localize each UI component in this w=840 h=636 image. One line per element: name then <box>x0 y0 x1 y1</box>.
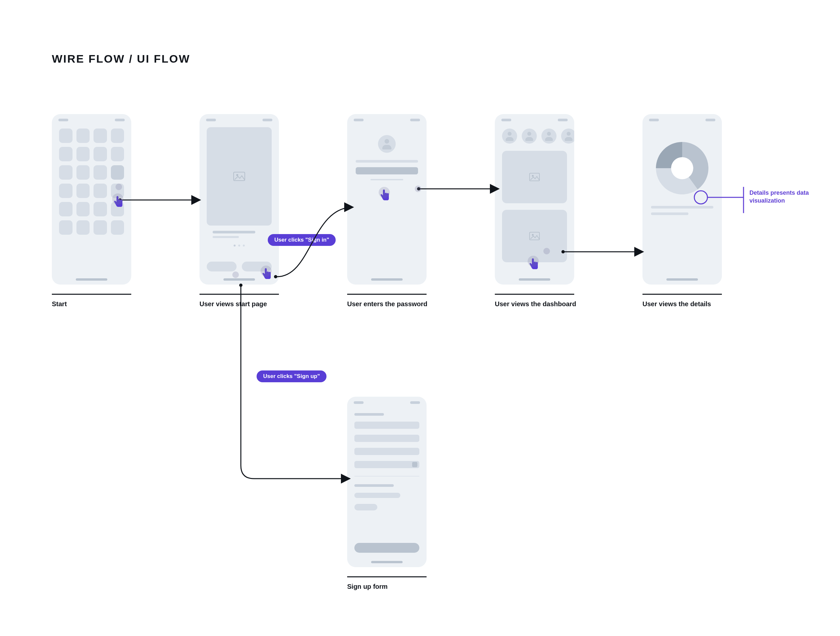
app-icon[interactable] <box>111 147 124 161</box>
home-indicator <box>371 561 403 563</box>
app-icon[interactable] <box>59 129 73 143</box>
hero-image-placeholder <box>207 127 272 225</box>
form-field-with-toggle[interactable] <box>354 461 419 468</box>
caption-rule <box>347 294 426 295</box>
app-icon[interactable] <box>93 147 107 161</box>
wireflow-canvas: WIRE FLOW / UI FLOW <box>0 0 840 636</box>
app-icon[interactable] <box>93 202 107 216</box>
helper-text-placeholder <box>371 179 403 180</box>
tap-gesture-icon <box>259 266 278 285</box>
svg-point-16 <box>532 234 534 236</box>
dashboard-card[interactable] <box>502 151 567 203</box>
svg-point-14 <box>532 175 534 177</box>
svg-point-5 <box>561 250 565 253</box>
app-icon[interactable] <box>59 184 73 198</box>
svg-point-8 <box>694 191 707 204</box>
image-icon <box>529 232 540 240</box>
username-field-placeholder[interactable] <box>356 160 418 163</box>
form-chip[interactable] <box>354 504 377 510</box>
form-field[interactable] <box>354 422 419 429</box>
status-bar-right-icon <box>115 119 125 121</box>
touch-indicator <box>543 248 550 254</box>
app-icon[interactable] <box>59 220 73 235</box>
touch-indicator <box>232 271 239 278</box>
app-icon[interactable] <box>76 184 90 198</box>
avatar-icon[interactable] <box>502 129 517 143</box>
caption-dashboard: User views the dashboard <box>495 300 576 309</box>
status-bar-right-icon <box>262 119 272 121</box>
submit-button[interactable] <box>354 543 419 553</box>
caption-start: Start <box>52 300 67 309</box>
status-bar-right-icon <box>706 119 715 121</box>
avatar-icon[interactable] <box>561 129 574 143</box>
app-icon[interactable] <box>93 184 107 198</box>
home-indicator <box>223 278 255 281</box>
status-bar-right-icon <box>410 401 420 404</box>
app-grid <box>59 129 124 235</box>
app-icon[interactable] <box>93 165 107 179</box>
screen-onboarding <box>199 114 279 285</box>
image-icon <box>529 173 540 181</box>
image-icon <box>233 172 245 181</box>
annotation-text: Details presents data visualization <box>750 189 828 205</box>
stories-row[interactable] <box>502 129 574 143</box>
divider <box>354 476 419 476</box>
app-icon[interactable] <box>76 165 90 179</box>
touch-indicator <box>415 186 421 192</box>
home-indicator <box>76 278 107 281</box>
status-bar-right-icon <box>410 119 420 121</box>
home-indicator <box>371 278 403 281</box>
home-indicator <box>666 278 698 281</box>
form-title-placeholder <box>354 413 384 416</box>
home-indicator <box>519 278 550 281</box>
app-icon[interactable] <box>93 220 107 235</box>
app-icon[interactable] <box>93 129 107 143</box>
sign-up-button[interactable] <box>207 261 237 271</box>
page-indicator[interactable] <box>234 244 245 247</box>
password-field-placeholder[interactable] <box>356 167 418 175</box>
form-secondary-placeholder <box>354 493 400 498</box>
arrow-password-to-dashboard <box>417 182 502 195</box>
caption-password: User enters the password <box>347 300 428 309</box>
hero-text-placeholder <box>213 231 266 238</box>
screen-signup <box>347 397 426 567</box>
app-icon[interactable] <box>76 202 90 216</box>
avatar-icon[interactable] <box>542 129 556 143</box>
app-icon[interactable] <box>59 202 73 216</box>
caption-rule <box>643 294 722 295</box>
annotation-callout <box>694 180 750 216</box>
app-icon[interactable] <box>59 165 73 179</box>
tap-gesture-icon <box>111 194 129 213</box>
caption-rule <box>495 294 574 295</box>
app-icon[interactable] <box>76 129 90 143</box>
avatar-icon <box>378 135 396 153</box>
app-icon[interactable] <box>111 129 124 143</box>
svg-point-7 <box>239 283 243 287</box>
avatar-icon[interactable] <box>522 129 537 143</box>
status-bar-left-icon <box>649 119 659 121</box>
caption-signup: Sign up form <box>347 582 387 591</box>
app-icon[interactable] <box>76 220 90 235</box>
touch-indicator <box>115 184 122 190</box>
donut-hole <box>671 157 693 179</box>
app-icon[interactable] <box>76 147 90 161</box>
form-field[interactable] <box>354 435 419 442</box>
tap-gesture-icon <box>526 257 545 275</box>
arrow-signin-to-password <box>272 201 358 283</box>
status-bar-right-icon <box>558 119 568 121</box>
caption-rule <box>347 576 426 577</box>
arrow-start-to-onboarding <box>118 194 204 206</box>
status-bar-left-icon <box>501 119 511 121</box>
form-field[interactable] <box>354 448 419 455</box>
tap-gesture-icon <box>377 187 396 206</box>
arrow-dashboard-to-details <box>561 245 646 258</box>
caption-details: User views the details <box>643 300 711 309</box>
form-section-label <box>354 484 394 487</box>
app-icon[interactable] <box>59 147 73 161</box>
status-bar-left-icon <box>354 119 363 121</box>
status-bar-left-icon <box>58 119 68 121</box>
app-icon-target[interactable] <box>111 165 124 179</box>
app-icon[interactable] <box>111 220 124 235</box>
arrow-signup-to-form <box>236 282 354 488</box>
dashboard-card[interactable] <box>502 210 567 262</box>
